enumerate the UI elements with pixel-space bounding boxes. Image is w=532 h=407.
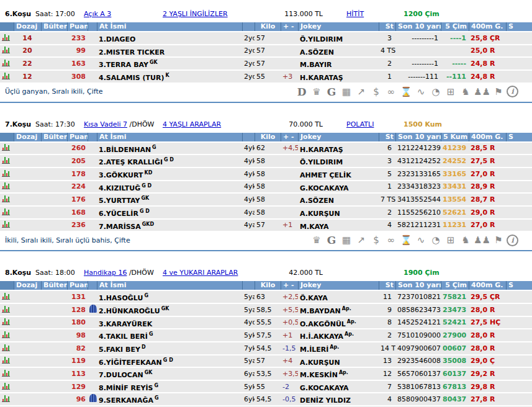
jockey-name[interactable]: M.KAYA (300, 222, 329, 230)
horse-name[interactable]: 1.HASOĞLU (99, 294, 143, 302)
jockey-name[interactable]: M.İLERİ (300, 346, 328, 354)
horse-icon[interactable]: ♞ (459, 86, 472, 98)
jockey-name[interactable]: Ö.KAYA (300, 294, 328, 302)
race-track-link[interactable]: HİTİT (346, 10, 364, 18)
stats-arrow-icon[interactable]: ↗ (354, 234, 368, 246)
jockey-name[interactable]: A.SÖZEN (300, 48, 334, 56)
horse-row[interactable]: 98 4.TAKIL BERİG 5yke 57,5 +1 H.İ.AKKAYA… (0, 329, 532, 341)
hourglass-icon[interactable]: ⌛ (399, 86, 413, 98)
chart-icon[interactable]: ∿ (414, 86, 428, 98)
race-condition-link[interactable]: Kısa Vadeli 7 (84, 120, 127, 128)
horse-name[interactable]: 8.MİNİF REYİS (99, 383, 153, 391)
g-letter-icon[interactable]: G (325, 234, 338, 246)
horse-row[interactable]: 180 3.KARAYÜREK 4yde 55,5 +0,5 O.AKGÖNÜL… (0, 317, 532, 329)
jockey-name[interactable]: A.KURŞUN (300, 358, 340, 366)
horse-row[interactable]: 129 8.MİNİF REYİSG 5yke 55 -2 G.KOCAKAYA… (0, 381, 532, 393)
form-chart-icon[interactable] (2, 220, 10, 228)
jockey-name[interactable]: H.KARATAŞ (300, 74, 343, 82)
crowd-icon[interactable]: ♟♟ (474, 86, 490, 98)
g-letter-icon[interactable]: G (325, 86, 338, 98)
form-chart-icon[interactable] (2, 46, 10, 53)
dollar-icon[interactable]: $ (369, 86, 383, 98)
horse-name[interactable]: 3.KARAYÜREK (99, 320, 152, 328)
trophy-icon[interactable]: ♛ (310, 86, 323, 98)
jockey-name[interactable]: M.BAYDAN (300, 307, 341, 315)
calculator-icon[interactable]: ⊞ (444, 86, 458, 98)
jockey-name[interactable]: Ö.YILDIRIM (300, 35, 343, 43)
horse-row[interactable]: 236 7.MARİSSAGKD 4yad 57 +1 M.KAYA 4 582… (0, 220, 532, 231)
jockey-name[interactable]: G.KOCAKAYA (300, 383, 349, 391)
horse-row[interactable]: 22 163 3.TERRA BAYGK 2yde 57 M.BAYIR 2 -… (0, 58, 532, 69)
form-chart-icon[interactable] (2, 395, 10, 402)
form-chart-icon[interactable] (2, 72, 10, 79)
horse-name[interactable]: 2.ATEŞ KRALLIĞI (99, 158, 163, 166)
race-category-link[interactable]: 4 ve YUKARI ARAPLAR (163, 269, 238, 277)
horse-row[interactable]: 96 9.SERKANAĞAG 6yke 54,5 -0,5 DENİZ YIL… (0, 393, 532, 405)
horse-row[interactable]: 205 2.ATEŞ KRALLIĞIG D 4yke 58 Ö.YILDIRI… (0, 155, 532, 167)
info-icon[interactable]: i (507, 235, 518, 246)
form-chart-icon[interactable] (2, 59, 10, 66)
horse-name[interactable]: 3.TERRA BAY (99, 61, 148, 69)
program-grid-icon[interactable]: ▦ (340, 234, 353, 246)
horse-row[interactable]: 20 99 2.MISTER TICKER 2yde 57 A.SÖZEN 4 … (0, 45, 532, 57)
jockey-name[interactable]: H.KARATAŞ (300, 145, 343, 153)
dollar-icon[interactable]: $ (369, 234, 383, 246)
horse-name[interactable]: 1.BİLDENHAN (99, 145, 151, 153)
form-chart-icon[interactable] (2, 344, 10, 351)
race-condition-link[interactable]: Açık A 3 (84, 10, 111, 18)
horse-row[interactable]: 12 308 4.SALAMIS (TUR)K 2ydd 55 +3 H.KAR… (0, 71, 532, 83)
horse-row[interactable]: 14 233 1.DIAGEO 2yde 57 Ö.YILDIRIM 3 ---… (0, 32, 532, 44)
horse-name[interactable]: 5.FAKI BEY (99, 346, 140, 354)
form-chart-icon[interactable] (2, 156, 10, 164)
jockey-name[interactable]: H.İ.AKKAYA (300, 333, 343, 341)
form-chart-icon[interactable] (2, 143, 10, 151)
horse-row[interactable]: 178 3.GÖKKURTKD 4yke 58 AHMET ÇELİK 5 23… (0, 168, 532, 180)
photo-finish-icon[interactable]: ⚑ (492, 234, 505, 246)
horse-name[interactable]: 6.YÜCELİR (99, 210, 138, 218)
stats-arrow-icon[interactable]: ↗ (354, 86, 368, 98)
horse-row[interactable]: 119 6.YİĞİTEFEKAANG D 5yae 57 +4 A.KURŞU… (0, 356, 532, 367)
horse-name[interactable]: 1.DIAGEO (99, 35, 135, 43)
race-condition-link[interactable]: Handikap 16 (84, 269, 127, 277)
form-chart-icon[interactable] (2, 292, 10, 300)
form-chart-icon[interactable] (2, 195, 10, 202)
race-category-link[interactable]: 4 YAŞLI ARAPLAR (163, 120, 221, 128)
horse-row[interactable]: 260 1.BİLDENHANG 4yke 62 +4,5 H.KARATAŞ … (0, 143, 532, 154)
horse-name[interactable]: 4.SALAMIS (TUR) (99, 74, 165, 82)
horse-icon[interactable]: ♞ (459, 234, 472, 246)
form-chart-icon[interactable] (2, 318, 10, 325)
form-chart-icon[interactable] (2, 169, 10, 177)
jockey-name[interactable]: DENİZ YILDIZ (300, 396, 351, 405)
jockey-name[interactable]: Ö.YILDIRIM (300, 158, 343, 166)
jockey-name[interactable]: AHMET ÇELİK (300, 171, 351, 179)
race-track-link[interactable]: POLATLI (346, 120, 374, 128)
form-chart-icon[interactable] (2, 208, 10, 215)
form-chart-icon[interactable] (2, 331, 10, 338)
stopwatch-icon[interactable]: ◔ (429, 234, 443, 246)
form-chart-icon[interactable] (2, 382, 10, 390)
binoculars-icon[interactable]: ∞ (384, 86, 398, 98)
horse-row[interactable]: 128 2.HÜNKAROĞLUGK 5yae 58,5 +5,5 M.BAYD… (0, 304, 532, 316)
jockey-name[interactable]: G.KOCAKAYA (300, 184, 349, 192)
horse-name[interactable]: 7.MARİSSA (99, 222, 141, 230)
horse-row[interactable]: 82 5.FAKI BEYD 7yke 54,5 -1,5 M.İLERİAp.… (0, 342, 532, 354)
form-chart-icon[interactable] (2, 34, 10, 41)
form-chart-icon[interactable] (2, 369, 10, 377)
jockey-name[interactable]: M.BAYIR (300, 61, 332, 69)
horse-row[interactable]: 113 7.DULOCANGK 6yad 53,5 +3,5 M.KESKİNA… (0, 368, 532, 380)
horse-name[interactable]: 5.YURTTAY (99, 197, 140, 205)
jockey-name[interactable]: M.KESKİN (300, 371, 338, 379)
horse-name[interactable]: 2.MISTER TICKER (99, 48, 165, 56)
jockey-name[interactable]: O.AKGÖNÜL (300, 320, 346, 328)
horse-name[interactable]: 4.KIZILTUĞ (99, 184, 140, 192)
horse-name[interactable]: 9.SERKANAĞA (99, 396, 153, 405)
form-chart-icon[interactable] (2, 305, 10, 313)
photo-finish-icon[interactable]: ⚑ (492, 86, 505, 98)
stopwatch-icon[interactable]: ◔ (429, 86, 443, 98)
calculator-icon[interactable]: ⊞ (444, 234, 458, 246)
horse-row[interactable]: 168 6.YÜCELİRG D 4yae 58 A.KURŞUN 2 1155… (0, 207, 532, 218)
binoculars-icon[interactable]: ∞ (384, 234, 398, 246)
horse-name[interactable]: 7.DULOCAN (99, 371, 143, 379)
horse-name[interactable]: 2.HÜNKAROĞLU (99, 307, 160, 315)
form-chart-icon[interactable] (2, 182, 10, 189)
